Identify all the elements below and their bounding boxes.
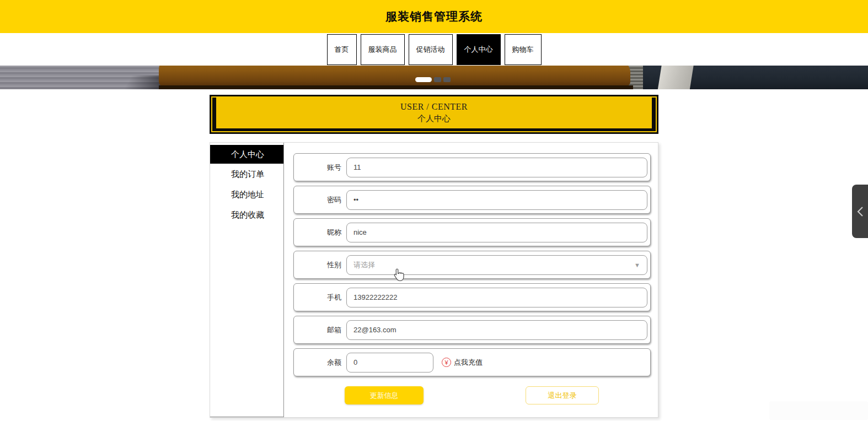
form-row-phone: 手机 — [293, 283, 651, 311]
main-nav: 首页 服装商品 促销活动 个人中心 购物车 — [0, 33, 868, 66]
nav-tab-cart[interactable]: 购物车 — [505, 34, 542, 65]
overlay-box — [769, 401, 868, 420]
section-title-zh: 个人中心 — [417, 114, 451, 124]
form-row-account: 账号 — [293, 153, 651, 181]
phone-label: 手机 — [294, 293, 341, 303]
form-row-balance: 余额 ¥ 点我充值 — [293, 348, 651, 376]
section-banner: USER / CENTER 个人中心 — [210, 95, 658, 134]
logout-button[interactable]: 退出登录 — [526, 386, 599, 404]
sidebar-item-user-center[interactable]: 个人中心 — [210, 145, 283, 164]
email-input[interactable] — [346, 320, 647, 340]
account-label: 账号 — [294, 163, 341, 172]
carousel-dot[interactable] — [434, 77, 441, 82]
banner-image — [159, 66, 630, 87]
password-input[interactable] — [346, 190, 647, 210]
section-title-en: USER / CENTER — [400, 102, 468, 112]
yen-icon[interactable]: ¥ — [442, 358, 451, 367]
form-row-email: 邮箱 — [293, 316, 651, 344]
nickname-input[interactable] — [346, 223, 647, 242]
form-row-gender: 性别 请选择 ▼ — [293, 251, 651, 279]
nav-tab-user-center[interactable]: 个人中心 — [457, 34, 501, 65]
carousel-dot[interactable] — [415, 77, 432, 82]
section-banner-frame: USER / CENTER 个人中心 — [212, 98, 656, 131]
password-label: 密码 — [294, 195, 341, 205]
recharge-link[interactable]: 点我充值 — [454, 358, 483, 368]
phone-input[interactable] — [346, 288, 647, 307]
carousel-indicators — [415, 77, 451, 82]
nickname-label: 昵称 — [294, 228, 341, 238]
sidebar-item-favorites[interactable]: 我的收藏 — [210, 204, 283, 225]
banner-image — [657, 66, 694, 89]
update-info-button[interactable]: 更新信息 — [345, 386, 424, 404]
app-header: 服装销售管理系统 — [0, 0, 868, 33]
app-title: 服装销售管理系统 — [385, 9, 483, 24]
gender-select-value: 请选择 — [353, 260, 375, 270]
user-center-panel: 个人中心 我的订单 我的地址 我的收藏 账号 密码 昵称 性别 — [210, 142, 658, 418]
chevron-down-icon: ▼ — [634, 262, 640, 268]
account-input[interactable] — [346, 158, 647, 177]
side-drawer-handle[interactable] — [852, 185, 868, 238]
form-row-password: 密码 — [293, 186, 651, 214]
form-row-nickname: 昵称 — [293, 218, 651, 246]
email-label: 邮箱 — [294, 325, 341, 335]
nav-tab-promotions[interactable]: 促销活动 — [409, 34, 453, 65]
sidebar: 个人中心 我的订单 我的地址 我的收藏 — [210, 143, 284, 417]
balance-label: 余额 — [294, 358, 341, 368]
sidebar-item-orders[interactable]: 我的订单 — [210, 164, 283, 184]
form-actions: 更新信息 退出登录 — [293, 386, 651, 404]
chevron-left-icon — [856, 206, 864, 217]
sidebar-item-addresses[interactable]: 我的地址 — [210, 184, 283, 204]
page: 服装销售管理系统 首页 服装商品 促销活动 个人中心 购物车 USER / CE… — [0, 0, 868, 421]
gender-label: 性别 — [294, 260, 341, 270]
banner-image — [159, 85, 633, 89]
hero-carousel — [0, 66, 868, 89]
carousel-dot[interactable] — [443, 77, 451, 82]
nav-tab-home[interactable]: 首页 — [327, 34, 357, 65]
nav-tab-products[interactable]: 服装商品 — [361, 34, 405, 65]
gender-select[interactable]: 请选择 ▼ — [346, 255, 647, 275]
balance-input[interactable] — [346, 353, 433, 373]
profile-form: 账号 密码 昵称 性别 请选择 ▼ 手 — [293, 153, 651, 381]
